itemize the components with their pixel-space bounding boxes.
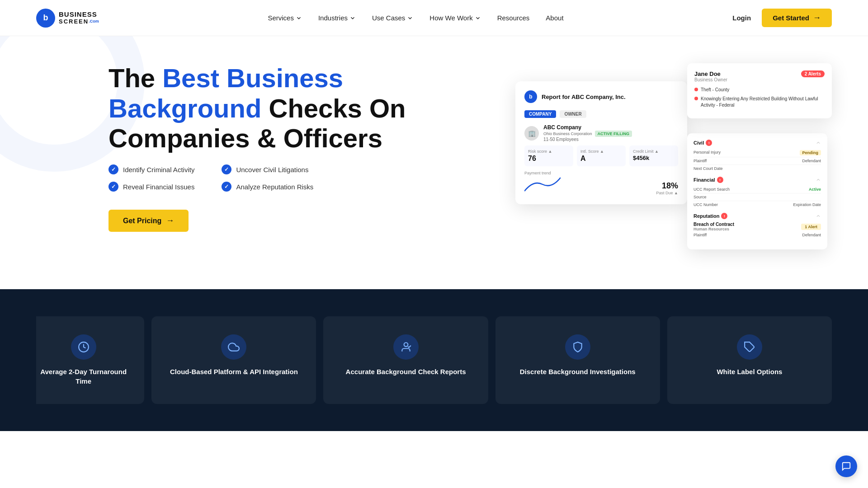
feature-title-cloud: Cloud-Based Platform & API Integration [170,367,298,376]
company-info: ABC Company Ohio Business Corporation AC… [543,124,632,142]
ucc-number-row: UCC Number Expiration Date [693,201,821,208]
hero-visual: b Report for ABC Company, Inc. COMPANY O… [506,63,832,262]
past-due-value: 18% [656,181,678,191]
nav-item-use-cases[interactable]: Use Cases [372,14,413,22]
logo-com: .Com [89,19,99,24]
reputation-section: Reputation ! Breach of Contract Human Re… [693,213,821,239]
personal-injury-row: Personal Injury Pending [693,149,821,157]
chevron-down-icon [296,15,302,21]
reputation-header: Reputation ! [693,213,821,219]
financial-section: Financial ! UCC Report Search Active Sou… [693,177,821,208]
logo-business: BUSINESS [59,11,99,19]
feature-criminal: Identify Criminal Activity [108,164,194,174]
metric-intl-value: A [580,155,622,163]
plaintiff2-defendant2-row: Plaintiff Defendant [693,231,821,239]
hero-features: Identify Criminal Activity Uncover Civil… [108,164,416,192]
chat-icon [841,461,851,471]
hero-title: The Best Business Background Checks On C… [108,63,416,154]
feature-card-accurate: Accurate Background Check Reports [323,316,488,404]
navbar: b BUSINESS SCREEN .Com Services Industri… [0,0,868,36]
company-avatar: 🏢 [524,126,539,141]
hero-feature-row-2: Reveal Financial Issues Analyze Reputati… [108,182,416,192]
feature-card-white-label: White Label Options [667,316,832,404]
civil-section: Civil ! Personal Injury Pending Plaintif… [693,140,821,172]
financial-title: Financial ! [693,177,723,183]
details-card: Civil ! Personal Injury Pending Plaintif… [687,133,827,249]
alerts-count-badge: 2 Alerts [801,70,825,77]
chevron-down-icon [349,15,356,21]
financial-header: Financial ! [693,177,821,183]
report-header: b Report for ABC Company, Inc. [524,90,678,103]
logo-screen: SCREEN [59,19,89,25]
feature-icon-cloud [221,334,246,360]
alert-dot-icon [694,88,698,91]
chevron-down-icon [475,15,481,21]
reputation-badge: ! [721,213,727,219]
nav-item-how-we-work[interactable]: How We Work [429,14,481,22]
chart-row: Payment trend 18% Past Due ▲ [524,171,678,195]
check-icon [108,182,118,192]
alerts-person-info: Jane Doe Business Owner [694,70,727,82]
company-name: ABC Company [543,124,632,131]
check-icon [108,164,118,174]
breach-row: Breach of Contract Human Resources 1 Ale… [693,222,821,231]
nav-item-resources[interactable]: Resources [497,14,530,22]
get-pricing-button[interactable]: Get Pricing [108,210,189,232]
trend-chart [524,175,561,193]
alert-item-1: Theft - County [694,87,825,93]
feature-icon-user-check [393,334,419,360]
company-sub: Ohio Business Corporation [543,131,592,136]
nav-item-about[interactable]: About [546,14,563,22]
civil-badge: ! [706,140,712,146]
past-due-label: Past Due ▲ [656,191,678,195]
get-started-button[interactable]: Get Started [762,9,832,27]
check-icon [222,182,231,192]
metric-intl: Intl. Score ▲ A [577,145,626,166]
ucc-status: Active [809,187,821,192]
nav-actions: Login Get Started [732,9,832,27]
alert-item-2: Knowingly Entering Any Restricted Buildi… [694,96,825,108]
trend-label: Payment trend [524,171,651,175]
arrow-right-icon [166,216,174,225]
feature-icon-clock [71,334,96,360]
logo-icon: b [36,9,55,28]
trend-area: Payment trend [524,171,651,195]
tab-company[interactable]: COMPANY [524,110,556,118]
alerts-person-role: Business Owner [694,77,727,82]
chevron-up-icon [816,213,821,219]
metric-intl-label: Intl. Score ▲ [580,149,622,154]
report-title: Report for ABC Company, Inc. [542,94,626,100]
ucc-row: UCC Report Search Active [693,186,821,193]
metric-credit-label: Credit Limit ▲ [633,149,675,154]
feature-title-discrete: Discrete Background Investigations [520,367,636,376]
nav-item-industries[interactable]: Industries [318,14,356,22]
chat-bubble-button[interactable] [835,455,857,477]
logo[interactable]: b BUSINESS SCREEN .Com [36,9,99,28]
nav-links: Services Industries Use Cases How We Wor… [268,14,563,22]
tab-owner[interactable]: OWNER [560,110,586,118]
report-card: b Report for ABC Company, Inc. COMPANY O… [515,81,687,204]
report-logo: b [524,90,537,103]
company-row: 🏢 ABC Company Ohio Business Corporation … [524,124,678,142]
logo-text: BUSINESS SCREEN .Com [59,11,99,25]
breach-info: Breach of Contract Human Resources [693,222,734,231]
hero-content: The Best Business Background Checks On C… [108,63,416,232]
feature-civil: Uncover Civil Litigations [222,164,308,174]
chevron-up-icon [816,140,821,145]
civil-header: Civil ! [693,140,821,146]
alerts-header: Jane Doe Business Owner 2 Alerts [694,70,825,82]
alerts-person-name: Jane Doe [694,70,727,77]
report-tabs: COMPANY OWNER [524,110,678,118]
hero-feature-row-1: Identify Criminal Activity Uncover Civil… [108,164,416,174]
metric-risk: Risk score ▲ 76 [524,145,573,166]
nav-item-services[interactable]: Services [268,14,302,22]
alerts-card: Jane Doe Business Owner 2 Alerts Theft -… [687,63,832,118]
metric-credit: Credit Limit ▲ $456k [629,145,678,166]
feature-reputation: Analyze Reputation Risks [222,182,313,192]
source-row: Source [693,193,821,201]
login-button[interactable]: Login [732,14,751,22]
metric-risk-value: 76 [528,155,570,163]
feature-icon-shield [565,334,590,360]
feature-financial: Reveal Financial Issues [108,182,194,192]
one-alert-badge: 1 Alert [801,224,821,230]
